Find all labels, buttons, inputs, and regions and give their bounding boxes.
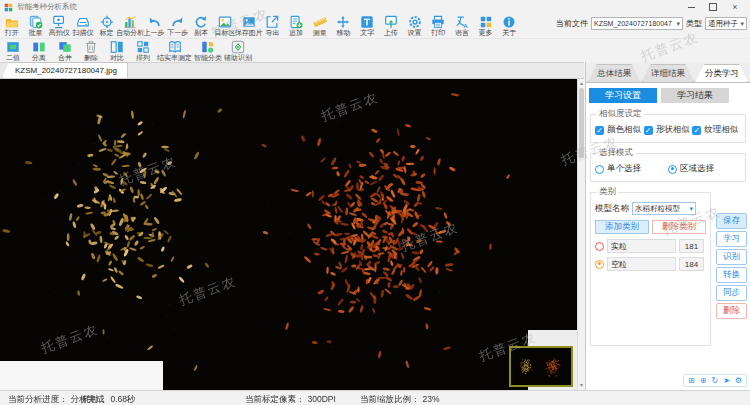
doc-camera-button[interactable]: 高拍仪 <box>47 14 71 37</box>
print-button[interactable]: 打印 <box>426 14 450 37</box>
smart-classify-button[interactable]: 智能分类 <box>193 39 223 63</box>
separate-icon <box>32 39 46 54</box>
move-button[interactable]: 移动 <box>332 14 356 37</box>
delete-category-button[interactable]: 删除类别 <box>652 220 706 234</box>
tools-icon[interactable]: ⚙ <box>735 376 742 385</box>
category-radio-icon[interactable] <box>595 260 604 269</box>
seed-rate-button-label: 结实率测定 <box>157 54 192 62</box>
add-category-button[interactable]: 添加类别 <box>595 220 649 234</box>
open-button[interactable]: 打开 <box>0 14 24 37</box>
texture-similar-checkbox[interactable]: ✓纹理相似 <box>692 124 741 136</box>
model-select[interactable]: 水稻籽粒模型 ▾ <box>632 202 696 215</box>
save-image-button-label: 保存图片 <box>235 29 263 37</box>
fit-screen-icon[interactable]: ⊞ <box>688 376 695 385</box>
seed-rate-button[interactable]: 结实率测定 <box>156 39 193 63</box>
type-select[interactable]: 通用种子 ▾ <box>705 17 747 30</box>
more-button-label: 更多 <box>479 29 493 37</box>
app-window: 智能考种分析系统 × 打开批量高拍仪扫描仪标定自动分析上一步下一步副本目标区保存… <box>0 0 750 405</box>
export-icon <box>265 14 279 29</box>
calibrate-button[interactable]: 标定 <box>95 14 119 37</box>
single-select-radio[interactable]: 单个选择 <box>595 163 668 175</box>
duplicate-button[interactable]: 副本 <box>190 14 214 37</box>
arrange-button[interactable]: 排列 <box>130 39 156 63</box>
color-similar-checkbox[interactable]: ✓颜色相似 <box>595 124 644 136</box>
assist-recognize-button-label: 辅助识别 <box>224 54 252 62</box>
region-select-radio[interactable]: 区域选择 <box>668 163 741 175</box>
rotate-icon[interactable]: ↻ <box>711 376 718 385</box>
compare-button[interactable]: 对比 <box>104 39 130 63</box>
shape-similar-checkbox[interactable]: ✓形状相似 <box>644 124 693 136</box>
type-label: 类型 <box>686 18 702 29</box>
convert-button[interactable]: 转换 <box>716 267 747 283</box>
empty-grain-row-name-input[interactable]: 空粒 <box>607 257 676 271</box>
separate-button[interactable]: 分离 <box>26 39 52 63</box>
duplicate-button-label: 副本 <box>194 29 208 37</box>
pointer-icon[interactable]: ➤ <box>723 376 730 385</box>
append-button[interactable]: 追加 <box>284 14 308 37</box>
arrange-button-label: 排列 <box>136 54 150 62</box>
model-select-value: 水稻籽粒模型 <box>635 204 680 214</box>
target-area-button[interactable]: 目标区 <box>213 14 237 37</box>
close-button[interactable]: × <box>730 2 740 12</box>
undo-button-label: 上一步 <box>143 29 164 37</box>
learning-results-button[interactable]: 学习结果 <box>661 88 729 103</box>
measure-button[interactable]: 测量 <box>308 14 332 37</box>
save-button[interactable]: 保存 <box>716 213 747 229</box>
similarity-fieldset: 相似度设定 ✓颜色相似✓形状相似✓纹理相似 <box>590 108 746 143</box>
batch-button[interactable]: 批量 <box>24 14 48 37</box>
assist-recognize-button[interactable]: 辅助识别 <box>223 39 253 63</box>
scroll-up-icon[interactable]: ▴ <box>578 80 585 87</box>
upload-button[interactable]: 上传 <box>379 14 403 37</box>
redo-button[interactable]: 下一步 <box>166 14 190 37</box>
scanner-button-label: 扫描仪 <box>72 29 93 37</box>
smart-classify-button-label: 智能分类 <box>194 54 222 62</box>
scrollbar-thumb[interactable] <box>579 88 584 158</box>
more-button[interactable]: 更多 <box>474 14 498 37</box>
sync-button[interactable]: 同步 <box>716 285 747 301</box>
learn-button[interactable]: 学习 <box>716 231 747 247</box>
export-button[interactable]: 导出 <box>261 14 285 37</box>
binary-button[interactable]: 二值 <box>0 39 26 63</box>
recognize-button[interactable]: 识别 <box>716 249 747 265</box>
redo-icon <box>171 14 185 29</box>
status-bar: 当前分析进度： 分析完成 耗时： 0.68秒 当前标定像素： 300DPI 当前… <box>0 390 750 405</box>
settings-button[interactable]: 设置 <box>403 14 427 37</box>
dpi-value: 300DPI <box>308 394 336 405</box>
minimap[interactable] <box>509 346 573 387</box>
save-image-button[interactable]: 保存图片 <box>237 14 261 37</box>
auto-analyze-button[interactable]: 自动分析 <box>118 14 142 37</box>
vertical-scrollbar[interactable]: ▴ ▾ <box>577 79 585 390</box>
minimize-button[interactable] <box>686 2 696 12</box>
filled-grain-row-name-input[interactable]: 实粒 <box>607 239 676 253</box>
scroll-down-icon[interactable]: ▾ <box>578 382 585 389</box>
doc-camera-icon <box>52 14 66 29</box>
category-radio-icon[interactable] <box>595 242 604 251</box>
seed-image[interactable] <box>0 79 577 390</box>
model-name-label: 模型名称 <box>595 203 629 215</box>
texture-similar-checkbox-label: 纹理相似 <box>704 124 738 136</box>
undo-button[interactable]: 上一步 <box>142 14 166 37</box>
learning-settings-button[interactable]: 学习设置 <box>589 88 657 103</box>
checkbox-checked-icon: ✓ <box>692 126 701 135</box>
chevron-down-icon: ▾ <box>676 20 680 28</box>
language-button-label: 语言 <box>455 29 469 37</box>
category-legend: 类别 <box>597 186 618 198</box>
text-button[interactable]: 文字 <box>355 14 379 37</box>
tab-overall-results[interactable]: 总体结果 <box>588 64 641 82</box>
about-button-label: 关于 <box>502 29 516 37</box>
scanner-button[interactable]: 扫描仪 <box>71 14 95 37</box>
tab-detailed-results[interactable]: 详细结果 <box>642 64 695 82</box>
checkbox-checked-icon: ✓ <box>595 126 604 135</box>
about-button[interactable]: 关于 <box>497 14 521 37</box>
locate-icon[interactable]: ⊕ <box>700 376 707 385</box>
maximize-button[interactable] <box>708 2 718 12</box>
delete-button-label: 删除 <box>84 54 98 62</box>
language-button[interactable]: A语言 <box>450 14 474 37</box>
merge-button[interactable]: 合并 <box>52 39 78 63</box>
delete-button[interactable]: 删除 <box>78 39 104 63</box>
tab-classification-learning[interactable]: 分类学习 <box>695 64 748 82</box>
delete-model-button[interactable]: 删除 <box>716 303 747 319</box>
current-file-select[interactable]: KZSM_20240727180047 ▾ <box>591 17 683 30</box>
image-canvas-area[interactable] <box>0 79 577 390</box>
document-tab[interactable]: KZSM_20240727180047.jpg <box>2 62 128 78</box>
